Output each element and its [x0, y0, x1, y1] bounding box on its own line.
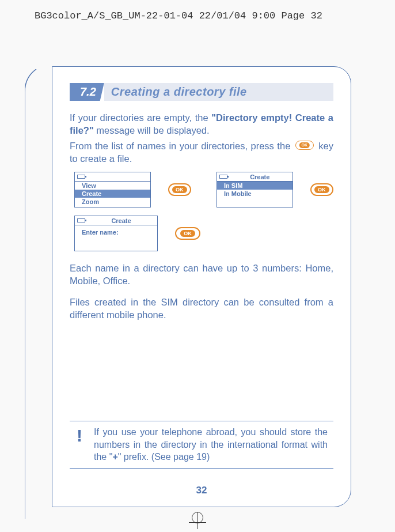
paragraph-1: If your directories are empty, the "Dire…	[70, 111, 333, 137]
page-number: 32	[52, 485, 351, 496]
ok-button-3: OK	[175, 227, 200, 240]
battery-icon	[219, 175, 227, 179]
battery-icon	[77, 218, 85, 222]
ok-button-2: OK	[310, 183, 334, 196]
text: From the list of names in your directori…	[70, 141, 294, 151]
plus-emphasis: +	[112, 452, 117, 462]
section-number: 7.2	[70, 83, 104, 101]
binding-margin	[25, 69, 51, 509]
screens-row-2: Create Enter name: OK	[70, 216, 333, 251]
option-in-sim-selected: In SIM	[217, 182, 293, 190]
menu-item-view: View	[75, 182, 150, 190]
section-title-bar: Creating a directory file	[104, 83, 333, 101]
option-in-mobile: In Mobile	[217, 190, 293, 198]
ok-label: OK	[314, 186, 329, 193]
note-box: ! If you use your telephone abroad, you …	[70, 421, 333, 469]
text: " prefix. (See page 19)	[118, 452, 210, 462]
exclamation-icon: !	[72, 426, 82, 463]
screens-row-1: View Create Zoom OK Create In SIM In Mob…	[70, 172, 333, 207]
status-bar	[75, 172, 150, 182]
text: If your directories are empty, the	[70, 112, 211, 123]
ok-label: OK	[172, 186, 187, 193]
screen-illustrations: View Create Zoom OK Create In SIM In Mob…	[70, 172, 333, 251]
ok-label: OK	[180, 230, 195, 237]
phone-screen-menu: View Create Zoom	[74, 172, 151, 207]
section-title: Creating a directory file	[111, 85, 247, 99]
page-card: 7.2 Creating a directory file If your di…	[52, 66, 351, 507]
paragraph-2: From the list of names in your directori…	[70, 139, 333, 165]
screen-title: Create	[88, 217, 155, 224]
paragraph-4: Files created in the SIM directory can b…	[70, 296, 333, 322]
prompt-enter-name: Enter name:	[75, 225, 157, 236]
text: message will be displayed.	[94, 125, 210, 135]
crop-mark-circle-icon	[192, 512, 203, 523]
phone-screen-create-location: Create In SIM In Mobile	[217, 172, 293, 207]
crop-header: BG3color_A/S_GB_UM-22-01-04 22/01/04 9:0…	[35, 10, 322, 21]
paragraph-3: Each name in a directory can have up to …	[70, 262, 333, 288]
ok-button-1: OK	[168, 183, 192, 196]
battery-icon	[77, 175, 85, 179]
note-text: If you use your telephone abroad, you sh…	[94, 426, 331, 463]
status-bar: Create	[217, 172, 293, 182]
menu-item-create-selected: Create	[75, 190, 150, 198]
section-header: 7.2 Creating a directory file	[70, 83, 333, 101]
ok-key-icon	[295, 141, 314, 150]
status-bar: Create	[75, 216, 157, 225]
phone-screen-enter-name: Create Enter name:	[74, 216, 158, 251]
screen-title: Create	[230, 173, 290, 180]
menu-item-zoom: Zoom	[75, 198, 150, 206]
